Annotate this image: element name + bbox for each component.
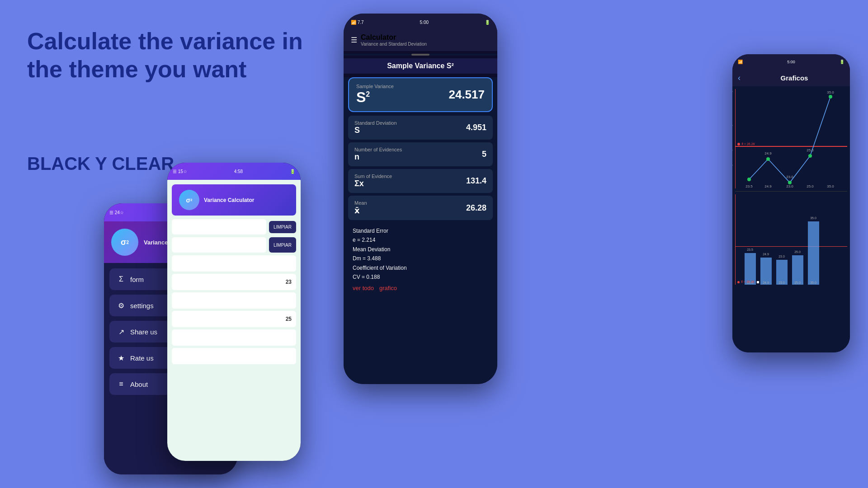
y-label-23: 23.0 [732, 164, 733, 167]
svg-text:35.0: 35.0 [810, 216, 816, 220]
form-content: σ2 Variance Calculator LIMPIAR LIMPIAR 2… [167, 180, 301, 461]
input-row-4[interactable]: 25 [172, 311, 296, 327]
se-symbol: Σx [354, 179, 392, 188]
ne-block: Number of Evidences n [354, 147, 402, 162]
link-row: ver todo grafico [353, 283, 488, 293]
phone-main: 📶 7.7 5:00 🔋 ☰ Calculator Variance and S… [344, 14, 497, 384]
input-list: 23 25 [172, 255, 296, 364]
svg-text:23.5: 23.5 [747, 248, 753, 251]
svg-text:35.0: 35.0 [810, 281, 816, 284]
back-button[interactable]: ‹ [738, 73, 741, 83]
stats-block: Standard Error e = 2.214 Mean Deviation … [348, 223, 493, 297]
svg-point-4 [829, 95, 832, 99]
status-left-info: ☰ 24☆ [109, 210, 124, 215]
chart-area: 35.0 25.0 24.9 23.0 x̄ = 26.28 [732, 86, 850, 352]
input-row-3[interactable] [172, 292, 296, 309]
form-app-name: Variance Calculator [204, 197, 254, 203]
status-middle-right: 🔋 [290, 169, 295, 174]
sv-symbol: S2 [356, 89, 394, 106]
bar-chart: 23.5 24.9 23.0 25.0 35.0 23.5 24.9 23.0 … [735, 194, 847, 285]
se-block: Sum of Evidence Σx [354, 174, 392, 188]
phone-right: 📶 5:00 🔋 ‹ Graficos 35.0 25.0 24.9 23.0 … [732, 54, 850, 352]
svg-text:35.0: 35.0 [827, 184, 834, 188]
ver-todo-link[interactable]: ver todo [353, 283, 374, 293]
top-bar-title: Calculator [361, 33, 427, 42]
mean-dev-label: Mean Deviation [353, 245, 488, 254]
top-bar-subtitle: Variance and Standard Deviation [361, 42, 427, 47]
black-clear-label: BLACK Y CLEAR [27, 154, 174, 174]
sd-value: 4.951 [466, 123, 486, 132]
svg-point-3 [808, 154, 812, 158]
svg-point-0 [747, 178, 751, 181]
y-label-24: 24.9 [732, 149, 733, 152]
svg-text:35.0: 35.0 [827, 90, 834, 94]
hamburger-icon[interactable]: ☰ [351, 36, 357, 44]
std-dev-row: Standard Deviation S 4.951 [348, 116, 493, 140]
menu-label-form: form [130, 276, 144, 283]
top-bar-main: ☰ Calculator Variance and Standard Devia… [344, 31, 497, 51]
graficos-header: ‹ Graficos [732, 70, 850, 86]
status-main-right: 🔋 [485, 20, 490, 25]
mean-label: Mean [354, 200, 367, 206]
bar-chart-svg: 23.5 24.9 23.0 25.0 35.0 23.5 24.9 23.0 … [736, 199, 847, 285]
form-input-row: LIMPIAR [172, 219, 296, 235]
phone-middle: ☰ 15☆ 4:58 🔋 σ2 Variance Calculator LIMP… [167, 163, 301, 461]
svg-rect-17 [792, 255, 803, 285]
svg-text:24.9: 24.9 [764, 184, 772, 188]
se-label: Sum of Evidence [354, 174, 392, 179]
status-bar-main: 📶 7.7 5:00 🔋 [344, 14, 497, 31]
input-num-4: 25 [286, 316, 292, 322]
input-row-6[interactable] [172, 348, 296, 364]
svg-text:25.0: 25.0 [794, 281, 801, 284]
bar-mean-label: x̄ = 26.28 [737, 280, 759, 284]
mean-block: Mean x̄ [354, 200, 367, 216]
status-bar-right: 📶 5:00 🔋 [732, 54, 850, 70]
form-header: σ2 Variance Calculator [172, 184, 296, 216]
sd-label: Standard Deviation [354, 120, 397, 126]
menu-label-share: Share us [130, 328, 157, 336]
status-main-time: 5:00 [420, 20, 429, 25]
mean-dev-value: Dm = 3.488 [353, 254, 488, 263]
about-icon: ≡ [117, 380, 126, 389]
svg-rect-18 [808, 221, 819, 285]
svg-text:23.0: 23.0 [786, 175, 793, 179]
ne-symbol: n [354, 152, 402, 162]
svg-text:24.9: 24.9 [763, 253, 769, 256]
ne-value: 5 [482, 150, 486, 159]
top-bar-text-block: Calculator Variance and Standard Deviati… [361, 33, 427, 47]
form-logo: σ2 [179, 190, 199, 210]
second-input-field[interactable] [172, 237, 266, 253]
graficos-title: Graficos [744, 74, 844, 82]
std-error-value: e = 2.214 [353, 235, 488, 244]
sum-evidence-row: Sum of Evidence Σx 131.4 [348, 169, 493, 193]
input-num-2: 23 [286, 279, 292, 285]
menu-label-about: About [130, 380, 148, 388]
mean-row: Mean x̄ 26.28 [348, 196, 493, 220]
svg-rect-15 [760, 258, 772, 285]
se-value: 131.4 [466, 176, 486, 186]
drag-indicator [411, 54, 429, 56]
status-bar-middle: ☰ 15☆ 4:58 🔋 [167, 163, 301, 180]
cv-value: CV = 0.188 [353, 272, 488, 282]
main-input-field[interactable] [172, 219, 266, 235]
sv-value: 24.517 [448, 88, 485, 102]
svg-text:25.0: 25.0 [807, 148, 814, 152]
std-error-label: Standard Error [353, 226, 488, 235]
num-evidences-row: Number of Evidences n 5 [348, 142, 493, 166]
mean-symbol: x̄ [354, 206, 367, 216]
svg-text:25.0: 25.0 [794, 250, 801, 253]
status-right-time: 5:00 [787, 60, 795, 64]
limpiar-button[interactable]: LIMPIAR [269, 221, 296, 233]
svg-text:23.0: 23.0 [778, 281, 785, 284]
rate-icon: ★ [117, 353, 126, 362]
input-row-2[interactable]: 23 [172, 274, 296, 290]
menu-label-rate: Rate us [130, 354, 154, 362]
input-row-1[interactable] [172, 255, 296, 272]
input-row-5[interactable] [172, 329, 296, 346]
svg-text:23.5: 23.5 [745, 184, 753, 188]
second-limpiar-btn[interactable]: LIMPIAR [269, 237, 296, 253]
line-chart-svg: 24.9 23.0 25.0 35.0 23.5 24.9 23.0 25.0 … [736, 89, 847, 188]
svg-text:23.0: 23.0 [778, 255, 785, 258]
grafico-link[interactable]: grafico [379, 283, 397, 293]
drag-handle-wrapper [344, 54, 497, 56]
